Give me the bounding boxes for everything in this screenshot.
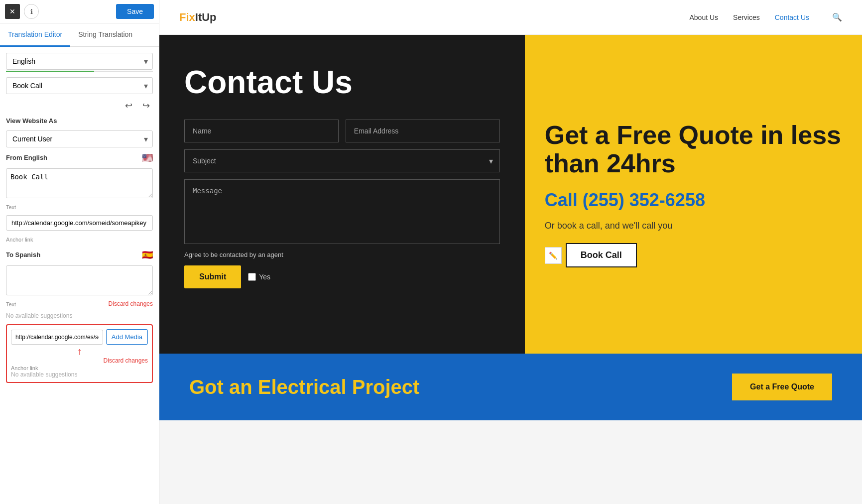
english-flag: 🇺🇸: [142, 152, 153, 163]
to-spanish-row: To Spanish 🇪🇸: [6, 250, 153, 260]
string-dropdown[interactable]: Book Call Contact Us Submit Name: [6, 77, 153, 94]
from-anchor-input[interactable]: [6, 215, 153, 231]
string-dropdown-wrap[interactable]: Book Call Contact Us Submit Name: [6, 77, 153, 94]
phone-number: Call (255) 352-6258: [545, 190, 842, 211]
no-suggestions2-label: No available suggestions: [11, 371, 148, 378]
undo-button[interactable]: ↩: [122, 99, 135, 112]
logo-fix: Fix: [179, 11, 195, 23]
to-text-field[interactable]: [6, 265, 153, 295]
language-dropdown-wrap[interactable]: English Spanish French German: [6, 53, 153, 70]
add-media-button[interactable]: Add Media: [106, 329, 148, 345]
spanish-flag: 🇪🇸: [142, 250, 153, 260]
from-text-type-label: Text: [6, 204, 153, 210]
subject-arrow-icon: ▾: [489, 156, 493, 166]
agree-text: Agree to be contacted by an agent: [184, 251, 283, 258]
left-panel: ✕ ℹ Save Translation Editor String Trans…: [0, 0, 159, 504]
current-user-dropdown-wrap[interactable]: Current User Guest Admin: [6, 130, 153, 147]
to-text-row: Text Discard changes: [6, 300, 153, 307]
progress-bar-fill: [6, 71, 94, 72]
no-suggestions-label: No available suggestions: [6, 312, 153, 319]
contact-heading: Contact Us: [184, 65, 500, 100]
site-nav-links: About Us Services Contact Us 🔍: [689, 12, 842, 22]
panel-body: English Spanish French German Book Call …: [0, 47, 159, 389]
from-english-label: From English: [6, 154, 47, 161]
site-logo: FixItUp: [179, 11, 217, 24]
anchor-input-row: Add Media: [11, 329, 148, 345]
info-button[interactable]: ℹ: [24, 4, 39, 19]
book-call-wrap: ✏️ Book Call: [545, 243, 842, 267]
agree-checkbox[interactable]: [248, 273, 256, 281]
contact-right: Get a Free Quote in less than 24hrs Call…: [525, 35, 862, 354]
top-bar: ✕ ℹ Save: [0, 0, 159, 23]
arrow-indicator: ↑: [11, 346, 148, 357]
view-website-as-section: View Website As: [6, 117, 153, 126]
current-user-dropdown[interactable]: Current User Guest Admin: [6, 130, 153, 147]
to-text-type-label: Text: [6, 301, 16, 307]
subject-select[interactable]: Subject: [184, 149, 500, 172]
save-button[interactable]: Save: [116, 4, 154, 19]
close-button[interactable]: ✕: [5, 4, 20, 19]
edit-pencil-icon[interactable]: ✏️: [545, 247, 562, 264]
contact-hero: Contact Us Subject ▾ Agree to be contact…: [159, 35, 862, 354]
yes-label: Yes: [259, 273, 270, 281]
nav-contact[interactable]: Contact Us: [775, 13, 809, 21]
from-english-row: From English 🇺🇸: [6, 152, 153, 163]
message-textarea[interactable]: [184, 179, 500, 244]
discard-changes-link[interactable]: Discard changes: [109, 300, 153, 307]
highlighted-anchor-box: Add Media ↑ Discard changes Anchor link …: [6, 324, 153, 383]
language-dropdown[interactable]: English Spanish French German: [6, 53, 153, 70]
or-text: Or book a call, and we'll call you: [545, 221, 842, 231]
right-panel: FixItUp About Us Services Contact Us 🔍 C…: [159, 0, 862, 504]
view-website-as-label: View Website As: [6, 117, 153, 125]
undo-redo-bar: ↩ ↪: [6, 99, 153, 112]
email-input[interactable]: [346, 120, 500, 142]
to-anchor-input[interactable]: [11, 330, 103, 345]
search-icon[interactable]: 🔍: [832, 12, 842, 22]
submit-button[interactable]: Submit: [184, 265, 241, 288]
discard-changes2-link[interactable]: Discard changes: [11, 357, 148, 364]
get-quote-button[interactable]: Get a Free Quote: [732, 374, 832, 400]
nav-services[interactable]: Services: [733, 13, 760, 21]
right-heading: Get a Free Quote in less than 24hrs: [545, 121, 842, 178]
yes-label-wrap: Yes: [248, 273, 270, 281]
logo-it: ItUp: [195, 11, 217, 23]
from-anchor-label: Anchor link: [6, 237, 153, 243]
bottom-cta: Got an Electrical Project Get a Free Quo…: [159, 354, 862, 420]
nav-about[interactable]: About Us: [689, 13, 718, 21]
from-text-field[interactable]: Book Call: [6, 168, 153, 198]
contact-form: Subject ▾ Agree to be contacted by an ag…: [184, 120, 500, 288]
site-nav: FixItUp About Us Services Contact Us 🔍: [159, 0, 862, 35]
redo-button[interactable]: ↪: [139, 99, 153, 112]
contact-left: Contact Us Subject ▾ Agree to be contact…: [159, 35, 525, 354]
bottom-cta-heading: Got an Electrical Project: [189, 376, 712, 398]
name-input[interactable]: [184, 120, 339, 142]
subject-wrap: Subject ▾: [184, 149, 500, 172]
tabs-bar: Translation Editor String Translation: [0, 23, 159, 47]
form-row-name-email: [184, 120, 500, 142]
book-call-button[interactable]: Book Call: [566, 243, 637, 267]
anchor-link-label2: Anchor link: [11, 365, 148, 371]
submit-row: Submit Yes: [184, 265, 500, 288]
agree-row: Agree to be contacted by an agent: [184, 251, 500, 258]
tab-string-translation[interactable]: String Translation: [70, 23, 140, 47]
to-spanish-label: To Spanish: [6, 251, 40, 258]
progress-bar-wrap: [6, 71, 153, 72]
tab-translation-editor[interactable]: Translation Editor: [0, 23, 70, 47]
